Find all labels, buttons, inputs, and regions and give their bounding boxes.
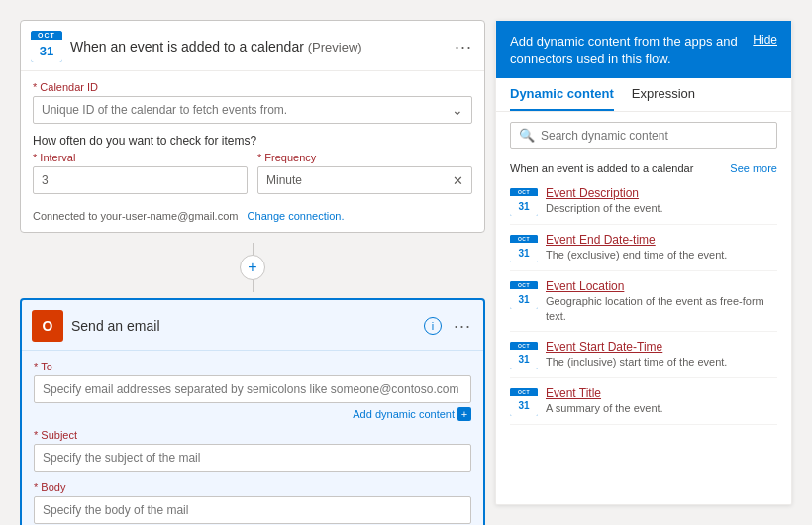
add-dynamic-row: Add dynamic content + [34,407,471,421]
item-calendar-icon: OCT 31 [510,188,538,216]
item-desc: The (inclusive) start time of the event. [546,355,727,368]
interval-input[interactable] [34,167,247,193]
section-header: When an event is added to a calendar See… [496,158,791,178]
item-name[interactable]: Event Description [546,186,663,200]
frequency-input-row[interactable]: ✕ [257,166,472,194]
plus-badge-icon: + [457,407,471,421]
item-name[interactable]: Event Title [546,386,663,400]
list-item[interactable]: OCT 31 Event Description Description of … [510,178,777,225]
list-item[interactable]: OCT 31 Event Location Geographic locatio… [510,271,777,332]
item-text: Event End Date-time The (exclusive) end … [546,233,727,262]
action-more-button[interactable]: ··· [454,317,471,335]
dynamic-items-list: OCT 31 Event Description Description of … [496,178,791,504]
trigger-card-title: When an event is added to a calendar (Pr… [70,39,447,54]
add-dynamic-button[interactable]: Add dynamic content + [353,407,471,421]
action-card-header: O Send an email i ··· [22,300,483,351]
body-label: Body [34,481,471,493]
action-card-body: To Add dynamic content + Subject Body Sh… [22,351,483,525]
interval-col: Interval [33,152,248,204]
item-name[interactable]: Event Start Date-Time [546,340,727,354]
add-step-button[interactable]: + [240,255,265,280]
item-name[interactable]: Event End Date-time [546,233,727,247]
arrow-down-2 [253,280,254,292]
arrow-down [253,243,254,255]
item-desc: A summary of the event. [546,401,663,415]
item-calendar-icon: OCT 31 [510,342,538,369]
calendar-id-label: Calendar ID [33,81,472,93]
item-calendar-icon: OCT 31 [510,388,538,416]
hide-button[interactable]: Hide [753,33,777,47]
subject-label: Subject [34,429,471,441]
office-icon: O [32,310,63,342]
item-calendar-icon: OCT 31 [510,281,538,309]
trigger-card-body: Calendar ID ⌄ How often do you want to c… [21,71,484,232]
body-input[interactable] [34,496,471,524]
item-desc: The (exclusive) end time of the event. [546,248,727,262]
action-info-button[interactable]: i [424,317,442,335]
dynamic-content-header-title: Add dynamic content from the apps and co… [510,33,743,68]
to-input[interactable] [34,375,471,403]
item-desc: Description of the event. [546,201,663,215]
item-text: Event Description Description of the eve… [546,186,663,215]
check-items-label: How often do you want to check for items… [33,134,472,148]
section-title: When an event is added to a calendar [510,162,693,174]
list-item[interactable]: OCT 31 Event End Date-time The (exclusiv… [510,225,777,271]
to-label: To [34,361,471,372]
dynamic-content-header: Add dynamic content from the apps and co… [496,21,791,78]
calendar-icon: OCT 31 [31,31,62,62]
trigger-change-connection[interactable]: Change connection. [248,210,345,222]
frequency-col: Frequency ✕ [257,152,472,204]
add-button-row: + [20,243,485,292]
item-text: Event Start Date-Time The (inclusive) st… [546,340,727,368]
calendar-id-input[interactable] [34,97,444,123]
interval-label: Interval [33,152,248,163]
search-input[interactable] [541,129,768,143]
item-desc: Geographic location of the event as free… [546,294,777,323]
item-text: Event Location Geographic location of th… [546,279,777,323]
search-icon: 🔍 [519,128,535,143]
list-item[interactable]: OCT 31 Event Start Date-Time The (inclus… [510,332,777,378]
item-text: Event Title A summary of the event. [546,386,663,415]
frequency-label: Frequency [257,152,472,163]
trigger-card: OCT 31 When an event is added to a calen… [20,20,485,233]
tab-expression[interactable]: Expression [632,78,695,111]
action-card-title: Send an email [71,318,416,334]
frequency-input[interactable] [258,167,445,193]
subject-input[interactable] [34,444,471,472]
calendar-id-chevron[interactable]: ⌄ [444,97,471,123]
interval-frequency-row: Interval Frequency ✕ [33,152,472,204]
tab-dynamic-content[interactable]: Dynamic content [510,78,614,111]
frequency-clear[interactable]: ✕ [445,167,471,193]
trigger-more-button[interactable]: ··· [455,38,472,55]
trigger-connection-info: Connected to your-user-name@gmail.com Ch… [33,210,472,222]
calendar-id-input-row[interactable]: ⌄ [33,96,472,124]
item-name[interactable]: Event Location [546,279,777,293]
interval-input-row[interactable] [33,166,248,194]
trigger-card-header: OCT 31 When an event is added to a calen… [21,21,484,71]
right-tabs: Dynamic content Expression [496,78,791,112]
search-box: 🔍 [510,122,777,149]
item-calendar-icon: OCT 31 [510,235,538,262]
action-card: O Send an email i ··· To Add dynamic con… [20,298,485,525]
see-more-button[interactable]: See more [730,162,777,174]
right-panel: Add dynamic content from the apps and co… [495,20,792,505]
list-item[interactable]: OCT 31 Event Title A summary of the even… [510,378,777,425]
